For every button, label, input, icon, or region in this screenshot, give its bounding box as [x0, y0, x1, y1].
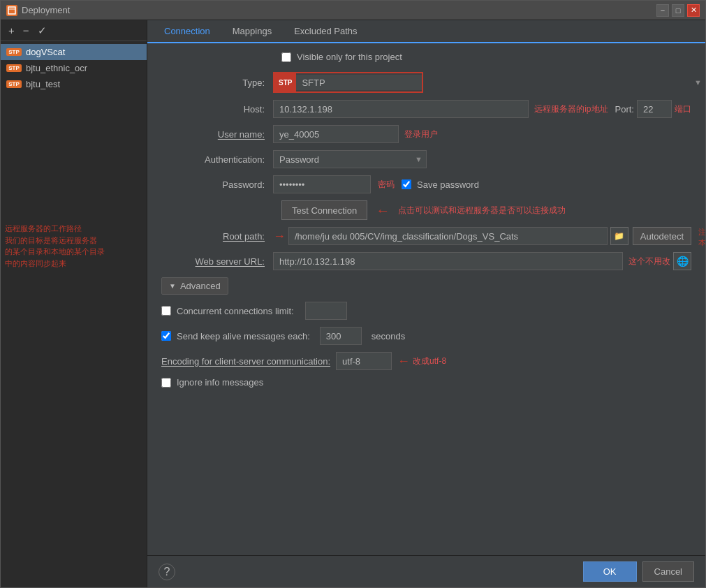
test-annotation: 点击可以测试和远程服务器是否可以连接成功: [398, 205, 566, 216]
port-input[interactable]: [637, 100, 672, 118]
sidebar-toolbar: + − ✓: [1, 20, 147, 41]
keepalive-input[interactable]: [320, 327, 362, 345]
window-title: Deployment: [22, 5, 656, 15]
web-server-globe-button[interactable]: 🌐: [673, 252, 691, 270]
autodetect-button[interactable]: Autodetect: [633, 227, 691, 245]
advanced-toggle-header[interactable]: ▼ Advanced: [161, 277, 228, 295]
tab-connection[interactable]: Connection: [153, 20, 221, 43]
root-path-arrow-icon: →: [273, 229, 286, 244]
auth-select[interactable]: Password Key pair OpenSSH: [273, 150, 427, 168]
host-label: Host:: [161, 104, 273, 115]
server-label: bjtu_test: [26, 79, 60, 89]
svg-rect-0: [8, 7, 15, 14]
root-path-annotation: 注意一下，后面还要配置 本地的某个目录: [698, 227, 705, 249]
right-panel: Connection Mappings Excluded Paths Visib…: [147, 20, 705, 587]
concurrent-checkbox-row: Concurrent connections limit:: [161, 302, 347, 320]
port-annotation: 端口: [675, 103, 691, 115]
username-input[interactable]: [273, 125, 399, 143]
browse-button[interactable]: 📁: [610, 227, 628, 245]
ignore-checkbox-row: Ignore info messages: [161, 377, 263, 388]
keepalive-label: Send keep alive messages each:: [177, 331, 310, 341]
visible-only-checkbox-row: Visible only for this project: [281, 52, 402, 62]
password-input[interactable]: [273, 175, 371, 193]
host-input[interactable]: [273, 100, 529, 118]
root-path-row: Root path: → 📁 Autodetect 注意一下，后面还要配置 本地…: [161, 227, 691, 245]
add-server-button[interactable]: +: [6, 24, 17, 36]
title-bar: Deployment − □ ✕: [1, 1, 705, 20]
minimize-button[interactable]: −: [656, 4, 669, 17]
dialog-buttons: OK Cancel: [583, 561, 694, 582]
web-server-label: Web server URL:: [161, 256, 273, 267]
stp-badge: STP: [6, 80, 22, 88]
server-list: STP dogVScat STP bjtu_ethnic_ocr STP bjt…: [1, 41, 147, 587]
save-password-checkbox[interactable]: [402, 179, 411, 189]
app-icon: [6, 5, 17, 16]
host-row: Host: 远程服务器的ip地址 Port: 端口: [161, 100, 691, 118]
ignore-checkbox[interactable]: [161, 378, 171, 388]
keepalive-row: Send keep alive messages each: seconds: [161, 327, 691, 345]
root-path-input[interactable]: [288, 227, 608, 245]
arrow-icon: ←: [376, 203, 390, 219]
keepalive-suffix: seconds: [372, 331, 405, 341]
window-controls: − □ ✕: [656, 4, 700, 17]
stp-badge: STP: [6, 48, 22, 56]
deployment-window: Deployment − □ ✕ + − ✓ STP dogVScat STP: [0, 0, 706, 588]
password-annotation: 密码: [378, 179, 395, 191]
password-row: Password: 密码 Save password: [161, 175, 691, 193]
sidebar-annotation: 远程服务器的工作路径 我们的目标是将远程服务器 的某个目录和本地的某个目录 中的…: [5, 223, 138, 269]
keepalive-checkbox-row: Send keep alive messages each: seconds: [161, 327, 405, 345]
cancel-button[interactable]: Cancel: [642, 561, 694, 582]
type-select[interactable]: SFTP FTP Local: [296, 75, 422, 90]
concurrent-row: Concurrent connections limit:: [161, 302, 691, 320]
visible-only-checkbox[interactable]: [281, 52, 291, 62]
connection-form: Visible only for this project Type: STP …: [147, 43, 705, 555]
test-connection-wrapper: Test Connection ← 点击可以测试和远程服务器是否可以连接成功: [281, 200, 691, 220]
concurrent-label: Concurrent connections limit:: [177, 306, 294, 316]
encoding-label: Encoding for client-server communication…: [161, 356, 330, 367]
tab-mappings[interactable]: Mappings: [221, 20, 283, 43]
main-content: + − ✓ STP dogVScat STP bjtu_ethnic_ocr S…: [1, 20, 705, 587]
remove-server-button[interactable]: −: [21, 24, 31, 36]
auth-select-wrapper: Password Key pair OpenSSH ▼: [273, 150, 427, 168]
sidebar-item-bjtu-test[interactable]: STP bjtu_test: [1, 76, 147, 92]
web-server-input[interactable]: [273, 252, 623, 270]
bottom-bar: ? OK Cancel: [147, 555, 705, 587]
username-row: User name: 登录用户: [161, 125, 691, 143]
server-label: dogVScat: [26, 47, 65, 57]
sidebar-item-dogvscat[interactable]: STP dogVScat: [1, 44, 147, 60]
password-area: 密码 Save password: [273, 175, 479, 193]
root-path-label: Root path:: [161, 231, 273, 242]
help-button[interactable]: ?: [159, 564, 175, 580]
sidebar-item-bjtu-ethnic-ocr[interactable]: STP bjtu_ethnic_ocr: [1, 60, 147, 76]
close-button[interactable]: ✕: [687, 4, 700, 17]
maximize-button[interactable]: □: [672, 4, 684, 17]
confirm-button[interactable]: ✓: [36, 24, 49, 37]
web-server-annotation: 这个不用改: [628, 256, 670, 267]
web-server-row: Web server URL: 这个不用改 🌐: [161, 252, 691, 270]
folder-icon: 📁: [614, 231, 624, 241]
sidebar: + − ✓ STP dogVScat STP bjtu_ethnic_ocr S…: [1, 20, 147, 587]
test-connection-button[interactable]: Test Connection: [281, 200, 367, 220]
stp-badge: STP: [6, 64, 22, 72]
username-annotation: 登录用户: [404, 128, 438, 140]
keepalive-checkbox[interactable]: [161, 331, 171, 341]
type-label: Type:: [161, 78, 273, 88]
chevron-down-icon: ▼: [169, 282, 176, 290]
ignore-row: Ignore info messages: [161, 377, 691, 388]
visible-only-row: Visible only for this project: [281, 52, 691, 62]
username-label: User name:: [161, 129, 273, 140]
concurrent-checkbox[interactable]: [161, 306, 171, 316]
concurrent-input[interactable]: [305, 302, 347, 320]
encoding-annotation: 改成utf-8: [413, 355, 446, 367]
auth-label: Authentication:: [161, 154, 273, 165]
encoding-row: Encoding for client-server communication…: [161, 352, 691, 370]
save-password-label: Save password: [417, 179, 479, 190]
visible-only-label: Visible only for this project: [297, 52, 402, 62]
ignore-label: Ignore info messages: [177, 377, 263, 388]
tab-excluded-paths[interactable]: Excluded Paths: [283, 20, 368, 43]
ok-button[interactable]: OK: [583, 561, 637, 582]
type-row: Type: STP SFTP FTP Local ▼: [161, 72, 691, 93]
auth-row: Authentication: Password Key pair OpenSS…: [161, 150, 691, 168]
advanced-label: Advanced: [180, 281, 221, 291]
encoding-input[interactable]: [336, 352, 392, 370]
